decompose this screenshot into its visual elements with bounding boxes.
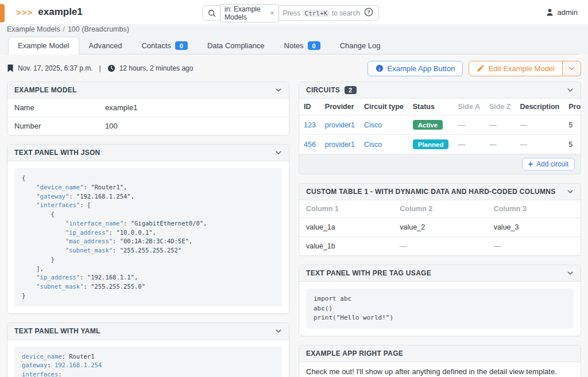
- collapse-chevron-icon[interactable]: [567, 270, 574, 277]
- circuits-card-footer: + Add circuit: [299, 154, 581, 174]
- svg-text:?: ?: [367, 9, 370, 15]
- cell-value: —: [393, 237, 486, 256]
- breadcrumb-item[interactable]: Example Models: [7, 25, 60, 33]
- page-title: example1: [38, 6, 83, 18]
- side-a-value: —: [458, 121, 465, 129]
- tab-contacts[interactable]: Contacts0: [131, 37, 197, 55]
- ctrl-k-kbd: Ctrl+K: [303, 10, 330, 17]
- user-icon: [546, 8, 554, 17]
- main-content: Nov. 17, 2025, 6:37 p.m. | 12 hours, 2 m…: [0, 55, 588, 377]
- column-header: Description: [515, 99, 564, 115]
- tab-label: Change Log: [340, 41, 381, 50]
- column-header: Side A: [453, 99, 484, 115]
- timestamps: Nov. 17, 2025, 6:37 p.m. | 12 hours, 2 m…: [7, 64, 193, 72]
- column-header: Circuit type: [359, 99, 408, 115]
- custom-table-card: CUSTOM TABLE 1 - WITH DYNAMIC DATA AND H…: [299, 183, 581, 256]
- description-value: —: [520, 141, 527, 149]
- card-title: TEXT PANEL WITH PRE TAG USAGE: [306, 269, 431, 277]
- tab-change-log[interactable]: Change Log: [330, 37, 390, 55]
- cell-value: value_1b: [299, 237, 393, 256]
- breadcrumb: Example Models/100 (Breadcrumbs): [7, 24, 579, 37]
- provider-link[interactable]: provider1: [325, 121, 355, 129]
- tab-label: Notes: [284, 41, 304, 50]
- add-circuit-button[interactable]: + Add circuit: [522, 158, 575, 170]
- right-page-card: EXAMPLE APP RIGHT PAGE Check me out! I'l…: [299, 345, 581, 377]
- card-title: TEXT PANEL WITH YAML: [14, 327, 100, 335]
- table-row: value_1avalue_2value_3: [299, 218, 581, 237]
- circuit-type-link[interactable]: Cisco: [364, 141, 382, 149]
- side-a-value: —: [458, 141, 465, 149]
- status-badge: Planned: [413, 139, 449, 149]
- right-column: CIRCUITS 2 IDProviderCircuit typeStatusS…: [299, 81, 581, 377]
- example-app-button[interactable]: i Example App Button: [368, 61, 463, 76]
- example-app-button-label: Example App Button: [388, 64, 455, 73]
- username: admin: [558, 8, 578, 17]
- search-scope-chip[interactable]: in: Example Models ×: [220, 4, 279, 22]
- object-meta-row: Nov. 17, 2025, 6:37 p.m. | 12 hours, 2 m…: [7, 60, 581, 77]
- column-header: Column 1: [299, 200, 393, 218]
- circuits-count-badge: 2: [345, 86, 356, 94]
- status-badge: Active: [413, 120, 443, 130]
- circuits-card: CIRCUITS 2 IDProviderCircuit typeStatusS…: [299, 81, 581, 174]
- field-row: Number100: [7, 117, 289, 135]
- circuit-type-link[interactable]: Cisco: [364, 121, 382, 129]
- json-panel-header: TEXT PANEL WITH JSON: [7, 145, 289, 161]
- tab-bar: Example ModelAdvancedContacts0Data Compl…: [7, 37, 579, 55]
- circuit-id-link[interactable]: 123: [304, 121, 316, 129]
- tab-count-badge: 0: [308, 41, 320, 50]
- tab-data-compliance[interactable]: Data Compliance: [198, 37, 274, 55]
- title-chevrons-icon: >>>: [16, 7, 33, 17]
- collapse-chevron-icon[interactable]: [275, 87, 282, 94]
- edit-dropdown-caret[interactable]: [563, 61, 581, 76]
- top-bar: >>> example1 in: Example Models × Press …: [0, 0, 588, 24]
- collapse-chevron-icon[interactable]: [275, 149, 282, 156]
- column-header: Provider: [320, 99, 359, 115]
- circuit-row: 456provider1CiscoPlanned———5: [299, 135, 581, 154]
- pre-code-block: import abc abc() print("Hello world!"): [306, 289, 574, 329]
- collapse-chevron-icon[interactable]: [567, 188, 574, 195]
- yaml-panel-card: TEXT PANEL WITH YAML device_name: Router…: [7, 322, 289, 377]
- edit-example-model-button[interactable]: Edit Example Model: [469, 61, 563, 76]
- provider-asn-value: 5: [568, 121, 572, 129]
- action-buttons: i Example App Button Edit Example Model: [368, 61, 581, 76]
- description-value: —: [520, 121, 527, 129]
- circuit-row: 123provider1CiscoActive———5: [299, 115, 581, 135]
- yaml-panel-header: TEXT PANEL WITH YAML: [7, 323, 289, 340]
- help-icon[interactable]: ?: [364, 7, 373, 18]
- sidebar-toggle-handle[interactable]: [0, 4, 5, 22]
- tab-label: Example Model: [18, 41, 69, 50]
- provider-asn-value: 5: [568, 141, 572, 149]
- field-row: Nameexample1: [7, 99, 289, 117]
- field-label: Name: [14, 103, 105, 112]
- column-header: Side Z: [485, 99, 516, 115]
- tab-label: Data Compliance: [207, 41, 265, 50]
- collapse-chevron-icon[interactable]: [567, 87, 574, 94]
- tab-advanced[interactable]: Advanced: [79, 37, 132, 55]
- json-panel-card: TEXT PANEL WITH JSON { "device_name": "R…: [7, 144, 289, 314]
- collapse-chevron-icon[interactable]: [275, 328, 282, 335]
- search-scope-label: in: Example Models: [225, 5, 266, 21]
- circuit-id-link[interactable]: 456: [304, 141, 316, 149]
- tab-label: Contacts: [141, 41, 171, 50]
- breadcrumb-item[interactable]: 100 (Breadcrumbs): [68, 25, 129, 33]
- provider-link[interactable]: provider1: [325, 141, 355, 149]
- json-code-block: { "device_name": "Router1", "gateway": "…: [14, 168, 282, 306]
- updated-timestamp: 12 hours, 2 minutes ago: [119, 64, 194, 72]
- field-label: Number: [14, 122, 105, 130]
- tab-example-model[interactable]: Example Model: [8, 37, 79, 55]
- example-model-card-header: EXAMPLE MODEL: [7, 82, 289, 99]
- tab-notes[interactable]: Notes0: [274, 37, 330, 55]
- add-circuit-label: Add circuit: [536, 160, 568, 168]
- pre-panel-card: TEXT PANEL WITH PRE TAG USAGE import abc…: [299, 265, 581, 336]
- created-timestamp: Nov. 17, 2025, 6:37 p.m.: [18, 64, 93, 72]
- user-menu[interactable]: admin: [546, 0, 578, 24]
- card-title: EXAMPLE MODEL: [14, 86, 77, 94]
- cell-value: —: [487, 237, 581, 256]
- sub-header: Example Models/100 (Breadcrumbs) Example…: [0, 24, 588, 55]
- yaml-code-block: device_name: Router1 gateway: 192.168.1.…: [14, 347, 282, 377]
- example-model-rows: Nameexample1Number100: [7, 99, 289, 135]
- pencil-icon: [477, 65, 484, 72]
- tab-label: Advanced: [89, 41, 122, 50]
- chip-close-icon[interactable]: ×: [270, 9, 274, 17]
- global-search-input[interactable]: in: Example Models × Press Ctrl+K to sea…: [202, 5, 379, 21]
